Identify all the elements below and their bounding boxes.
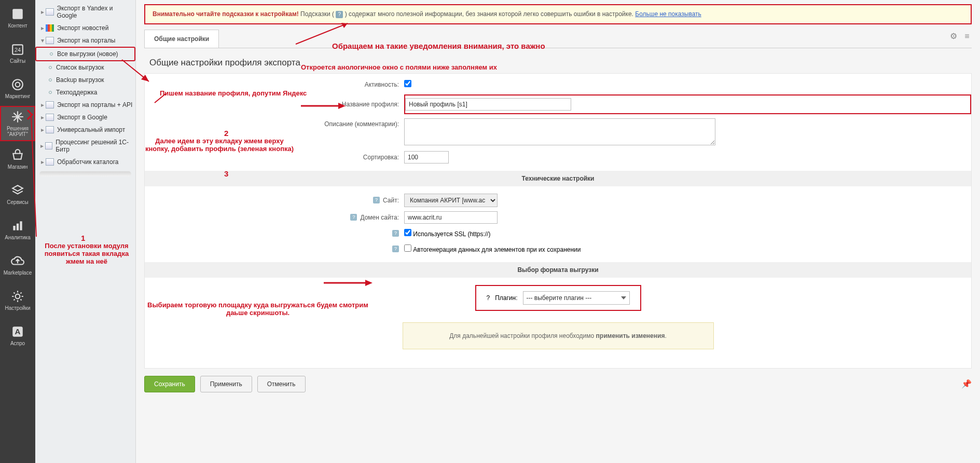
rail-item-label: Контент [8, 23, 27, 29]
tree-item-universal-import[interactable]: ▸Универсальный импорт [35, 124, 135, 136]
content-icon [11, 7, 24, 21]
hint-alert-text2: ) содержат много полезной информации, бе… [345, 10, 633, 18]
svg-point-3 [12, 79, 23, 90]
row-sort: Сортировка: [145, 149, 971, 166]
tree-item-processing[interactable]: ▸Процессинг решений 1С-Битр [35, 136, 135, 156]
gear-icon[interactable]: ⚙ [949, 32, 958, 41]
svg-rect-6 [17, 223, 19, 230]
export-profile-form: Активность: Название профиля: Описание (… [144, 73, 972, 369]
doc-icon [45, 142, 53, 149]
tree-item-label: Список выгрузок [56, 64, 104, 71]
site-select[interactable]: Компания АКРИТ [www.acrit.ru] [404, 194, 498, 207]
hint-alert-bold: Внимательно читайте подсказки к настройк… [153, 10, 299, 18]
rail-item-content[interactable]: Контент [0, 0, 35, 35]
chevron-down-icon [621, 296, 626, 299]
apply-button[interactable]: Применить [200, 376, 252, 392]
svg-point-4 [16, 82, 20, 87]
tab-general[interactable]: Общие настройки [144, 30, 219, 48]
tree-item-label: Экспорт в Yandex и Google [57, 5, 133, 19]
svg-text:24: 24 [15, 47, 21, 53]
svg-rect-7 [20, 221, 22, 230]
row-ssl: ? Используется SSL (https://) [145, 226, 971, 241]
tree-item-export-google[interactable]: ▸Экспорт в Google [35, 111, 135, 124]
pin-icon[interactable]: 📌 [961, 379, 972, 389]
rail-item-services[interactable]: Сервисы [0, 176, 35, 212]
cancel-button[interactable]: Отменить [257, 376, 306, 392]
label-autogen: Автогенерация данных для элементов при и… [413, 246, 581, 253]
label-domain: Домен сайта: [360, 214, 399, 221]
plugin-select-value: --- выберите плагин --- [527, 294, 592, 302]
active-checkbox[interactable] [404, 80, 411, 87]
menu-icon[interactable]: ≡ [962, 32, 972, 41]
section-technical: Технические настройки [145, 171, 971, 186]
row-domain: ?Домен сайта: [145, 209, 971, 226]
doc-icon [46, 37, 54, 44]
help-icon[interactable]: ? [392, 230, 399, 237]
description-textarea[interactable] [404, 118, 715, 145]
help-icon[interactable]: ? [373, 197, 380, 203]
domain-input[interactable] [404, 211, 498, 224]
rail-item-aspro[interactable]: A Аспро [0, 318, 35, 353]
rail-item-label: Маркетинг [5, 93, 31, 99]
help-icon[interactable]: ? [392, 246, 399, 252]
plugin-select[interactable]: --- выберите плагин --- [523, 291, 630, 305]
label-sort: Сортировка: [363, 154, 399, 161]
rail-item-shop[interactable]: Магазин [0, 141, 35, 176]
autogen-checkbox[interactable] [404, 244, 411, 252]
calendar-icon: 24 [11, 43, 24, 56]
rail-item-label: Аналитика [5, 235, 31, 240]
svg-rect-0 [12, 9, 23, 19]
tree-item-label: Backup выгрузок [56, 76, 104, 84]
section-format: Выбор формата выгрузки [145, 262, 971, 278]
hint-alert: Внимательно читайте подсказки к настройк… [144, 4, 972, 24]
target-icon [11, 78, 24, 91]
main-area: Внимательно читайте подсказки к настройк… [136, 0, 980, 463]
sort-input[interactable] [404, 151, 449, 164]
label-site: Сайт: [383, 197, 399, 204]
doc-icon [46, 101, 54, 108]
rail-item-settings[interactable]: Настройки [0, 282, 35, 318]
rail-item-label: Аспро [10, 341, 25, 346]
label-active: Активность: [365, 81, 399, 88]
rail-item-analytics[interactable]: Аналитика [0, 212, 35, 247]
google-icon [46, 24, 54, 32]
tree-item-catalog-handler[interactable]: ▸Обработчик каталога [35, 156, 135, 168]
tree-item-backup[interactable]: Backup выгрузок [35, 74, 135, 86]
tree-item-portals[interactable]: ▾Экспорт на порталы [35, 34, 135, 47]
rail-item-label: Сервисы [7, 199, 28, 205]
tree-item-news[interactable]: ▸Экспорт новостей [35, 22, 135, 34]
bullet-icon [49, 66, 52, 69]
row-profile-name: Название профиля: [145, 92, 971, 116]
tree-item-label: Универсальный импорт [57, 126, 125, 133]
tree-item-yandex-google[interactable]: ▸Экспорт в Yandex и Google [35, 2, 135, 22]
help-icon[interactable]: ? [486, 294, 490, 302]
label-profile-name: Название профиля: [342, 101, 399, 108]
profile-name-input[interactable] [405, 98, 571, 111]
apply-hint-box: Для дальнейшей настройки профиля необход… [403, 322, 714, 349]
tree-item-label: Экспорт на порталы + API [57, 101, 132, 108]
tree-item-export-list[interactable]: Список выгрузок [35, 61, 135, 74]
label-plugin: Плагин: [495, 294, 517, 302]
rail-item-label: Настройки [5, 305, 30, 311]
gear-icon [11, 290, 24, 303]
rail-item-marketing[interactable]: Маркетинг [0, 71, 35, 106]
tree-item-portals-api[interactable]: ▸Экспорт на порталы + API [35, 99, 135, 111]
tree-item-support[interactable]: Техподдержка [35, 86, 135, 99]
svg-point-8 [16, 294, 20, 298]
rail-item-marketplace[interactable]: Marketplace [0, 247, 35, 282]
barchart-icon [11, 219, 24, 233]
apply-hint-t2: . [665, 332, 666, 339]
sidebar-scrollbar[interactable] [39, 171, 131, 176]
letter-a-icon: A [11, 325, 24, 338]
help-icon[interactable]: ? [350, 214, 357, 221]
ssl-checkbox[interactable] [404, 229, 411, 236]
save-button[interactable]: Сохранить [144, 376, 195, 392]
hint-alert-text1: Подсказки ( [300, 10, 334, 18]
tree-item-label: Все выгрузки (новое) [57, 50, 118, 58]
doc-icon [46, 126, 54, 133]
bullet-icon [49, 78, 52, 81]
tree-item-label: Обработчик каталога [57, 158, 118, 166]
rail-item-sites[interactable]: 24 Сайты [0, 35, 35, 71]
tree-item-all-exports[interactable]: Все выгрузки (новое) [35, 47, 135, 61]
hint-dismiss-link[interactable]: Больше не показывать [635, 10, 701, 18]
